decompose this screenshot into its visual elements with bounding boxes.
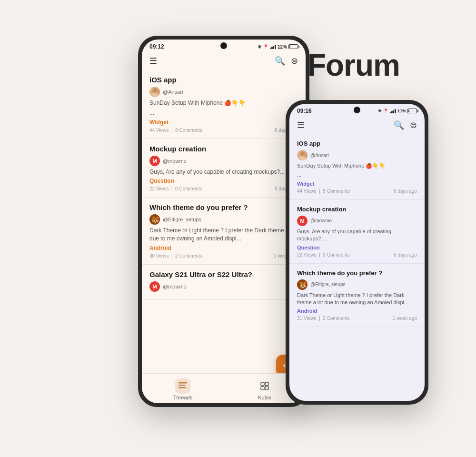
svg-rect-5 bbox=[178, 385, 185, 386]
author-row-1-3: M @mowmo bbox=[149, 281, 298, 292]
filter-icon-1[interactable]: ⊜ bbox=[291, 56, 298, 66]
time-ago-2-2: 1 week ago bbox=[393, 316, 417, 321]
app-bar-1: ☰ 🔍 ⊜ bbox=[142, 52, 306, 70]
signal-icon bbox=[270, 44, 276, 49]
thread-tag-2-1: Question bbox=[297, 245, 417, 250]
time-ago-2-1: 6 days ago bbox=[394, 252, 417, 258]
search-icon-1[interactable]: 🔍 bbox=[275, 56, 285, 66]
thread-item-2-0[interactable]: iOS app @Ansari SunDay Setup With Miphon… bbox=[289, 134, 425, 200]
thread-tag-2-2: Android bbox=[297, 308, 417, 314]
location-icon-2: 📍 bbox=[383, 109, 388, 113]
avatar-1-0 bbox=[149, 87, 160, 97]
thread-preview2-2-0: ... bbox=[297, 171, 417, 179]
svg-point-11 bbox=[300, 151, 305, 156]
bottom-nav-1: Threads Kubix bbox=[142, 373, 306, 403]
author-name-1-0: @Ansari bbox=[163, 89, 183, 95]
thread-item-2-2[interactable]: Which theme do you prefer ? 🐯 @Eltigre_s… bbox=[289, 264, 425, 328]
thread-preview2-1-0: ... bbox=[149, 109, 298, 117]
svg-rect-7 bbox=[261, 382, 264, 386]
svg-text:🐯: 🐯 bbox=[152, 216, 159, 223]
thread-tag-1-0: Widget bbox=[149, 119, 298, 126]
meta-row-2-2: 31 Views | 2 Comments 1 week ago bbox=[297, 316, 417, 321]
bluetooth-icon: ✳ bbox=[258, 44, 261, 50]
thread-list-2: iOS app @Ansari SunDay Setup With Miphon… bbox=[289, 134, 425, 327]
views-comments-1-2: 30 Views | 2 Comments bbox=[149, 253, 202, 258]
avatar-1-3: M bbox=[149, 281, 160, 292]
views-comments-1-1: 22 Views | 0 Comments bbox=[149, 186, 202, 191]
battery-text-2: 11% bbox=[397, 109, 406, 113]
thread-preview-1-2: Dark Theme or Light theme ? I prefer the… bbox=[149, 227, 298, 243]
thread-preview-1-0: SunDay Setup With Miphone 🍎👇👇 bbox=[149, 99, 298, 107]
bluetooth-icon-2: ✳ bbox=[378, 109, 382, 113]
phone-1-screen: 09:12 ✳ 📍 12% bbox=[142, 40, 306, 403]
thread-preview-2-1: Guys, Are any of you capable of creating… bbox=[297, 228, 417, 243]
views-comments-2-2: 31 Views | 2 Comments bbox=[297, 316, 350, 321]
thread-preview-1-1: Guys, Are any of you capable of creating… bbox=[149, 168, 298, 176]
thread-list-1: iOS app @Ansari SunDay Setup With Miphon… bbox=[142, 70, 306, 300]
thread-item-1-3[interactable]: Galaxy S21 Ultra or S22 Ultra? M @mowmo bbox=[142, 265, 306, 300]
author-name-1-3: @mowmo bbox=[163, 284, 187, 289]
author-row-2-2: 🐯 @Eltigre_setups bbox=[297, 279, 417, 290]
svg-rect-8 bbox=[265, 382, 268, 386]
thread-item-1-2[interactable]: Which theme do you prefer ? 🐯 @Eltigre_s… bbox=[142, 198, 306, 265]
thread-item-1-1[interactable]: Mockup creation M @mowmo Guys, Are any o… bbox=[142, 139, 306, 198]
author-row-2-0: @Ansari bbox=[297, 150, 417, 160]
avatar-2-1: M bbox=[297, 216, 307, 226]
page-container: Forum 09:12 ✳ 📍 12% bbox=[0, 0, 476, 457]
nav-threads[interactable]: Threads bbox=[142, 374, 224, 403]
phone-1: 09:12 ✳ 📍 12% bbox=[138, 36, 309, 407]
thread-title-2-0: iOS app bbox=[297, 140, 417, 147]
location-icon: 📍 bbox=[263, 44, 268, 50]
author-name-2-0: @Ansari bbox=[310, 153, 329, 158]
thread-tag-2-0: Widget bbox=[297, 181, 417, 187]
filter-icon-2[interactable]: ⊜ bbox=[410, 120, 417, 130]
thread-preview-2-0: SunDay Setup With Miphone 🍎👇👇 bbox=[297, 162, 417, 169]
menu-icon-1[interactable]: ☰ bbox=[149, 56, 157, 66]
author-row-1-0: @Ansari bbox=[149, 87, 298, 97]
thread-title-1-3: Galaxy S21 Ultra or S22 Ultra? bbox=[149, 270, 298, 278]
meta-row-1-2: 30 Views | 2 Comments 1 week ago bbox=[149, 253, 298, 258]
status-icons-1: ✳ 📍 12% bbox=[258, 44, 298, 50]
search-icon-2[interactable]: 🔍 bbox=[394, 120, 404, 130]
thread-title-1-0: iOS app bbox=[149, 76, 298, 84]
avatar-2-2: 🐯 bbox=[297, 279, 307, 290]
app-bar-2: ☰ 🔍 ⊜ bbox=[289, 116, 425, 134]
battery-text-1: 12% bbox=[278, 44, 287, 50]
author-row-2-1: M @mowmo bbox=[297, 216, 417, 226]
thread-tag-1-1: Question bbox=[149, 178, 298, 184]
thread-item-1-0[interactable]: iOS app @Ansari SunDay Setup With Miphon… bbox=[142, 70, 306, 139]
svg-text:🐯: 🐯 bbox=[299, 281, 307, 288]
svg-point-12 bbox=[298, 156, 306, 160]
thread-item-2-1[interactable]: Mockup creation M @mowmo Guys, Are any o… bbox=[289, 200, 425, 264]
phone-2: 09:16 ✳ 📍 11% bbox=[286, 100, 428, 405]
thread-preview-2-2: Dark Theme or Light theme ? I prefer the… bbox=[297, 292, 417, 307]
svg-point-0 bbox=[152, 88, 157, 93]
status-icons-2: ✳ 📍 11% bbox=[378, 109, 417, 113]
thread-title-1-2: Which theme do you prefer ? bbox=[149, 203, 298, 211]
views-comments-2-0: 44 Views | 8 Comments bbox=[297, 189, 350, 194]
battery-icon-2 bbox=[407, 109, 417, 113]
thread-title-1-1: Mockup creation bbox=[149, 145, 298, 153]
menu-icon-2[interactable]: ☰ bbox=[297, 120, 305, 130]
avatar-1-2: 🐯 bbox=[149, 214, 160, 225]
author-row-1-2: 🐯 @Eltigre_setups bbox=[149, 214, 298, 225]
bar-right-1: 🔍 ⊜ bbox=[275, 56, 298, 66]
meta-row-2-0: 44 Views | 8 Comments 6 days ago bbox=[297, 189, 417, 194]
thread-title-2-2: Which theme do you prefer ? bbox=[297, 269, 417, 277]
meta-row-2-1: 22 Views | 0 Comments 6 days ago bbox=[297, 252, 417, 258]
time-2: 09:16 bbox=[297, 108, 312, 114]
phone-2-screen: 09:16 ✳ 📍 11% bbox=[289, 104, 425, 401]
svg-rect-10 bbox=[265, 387, 268, 390]
meta-row-1-1: 22 Views | 0 Comments 6 days ago bbox=[149, 186, 298, 191]
views-comments-2-1: 22 Views | 0 Comments bbox=[297, 252, 350, 258]
author-name-1-2: @Eltigre_setups bbox=[163, 217, 201, 222]
svg-rect-4 bbox=[178, 382, 187, 384]
time-1: 09:12 bbox=[149, 43, 164, 50]
thread-tag-1-2: Android bbox=[149, 245, 298, 251]
battery-icon-1 bbox=[288, 44, 298, 49]
svg-rect-6 bbox=[178, 387, 186, 388]
threads-icon bbox=[175, 378, 190, 394]
author-name-1-1: @mowmo bbox=[163, 158, 187, 164]
svg-rect-9 bbox=[261, 387, 264, 390]
views-comments-1-0: 44 Views | 8 Comments bbox=[149, 128, 202, 133]
